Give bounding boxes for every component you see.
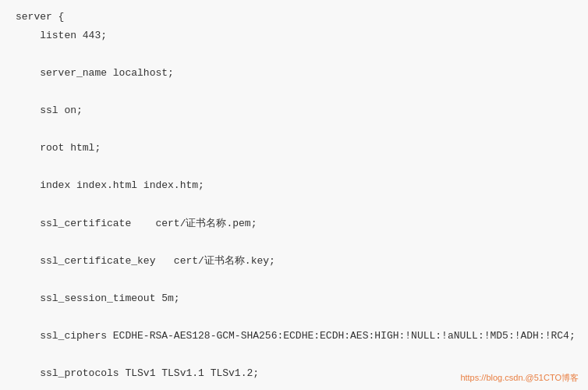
code-line [16,158,572,176]
code-line [16,120,572,139]
code-line [16,83,572,101]
code-line: ssl on; [16,101,572,120]
code-line: ssl_ciphers ECDHE-RSA-AES128-GCM-SHA256:… [16,327,572,346]
code-line: server_name localhost; [16,64,572,83]
code-line: ssl_session_timeout 5m; [16,289,572,308]
code-line [16,308,572,327]
watermark-brand: @51CTO博客 [526,373,579,382]
code-block: server { listen 443; server_name localho… [0,8,588,390]
code-line [16,346,572,364]
code-line [16,45,572,64]
code-line: listen 443; [16,27,572,45]
code-line [16,271,572,289]
code-container: server { listen 443; server_name localho… [0,0,588,390]
code-line [16,195,572,214]
code-line [16,383,572,390]
watermark-prefix: https://blog.csdn. [460,373,525,382]
code-line: ssl_certificate_key cert/证书名称.key; [16,252,572,271]
code-line: server { [16,8,572,27]
code-line [16,233,572,252]
code-line: index index.html index.htm; [16,176,572,195]
code-line: root html; [16,139,572,158]
code-line: ssl_certificate cert/证书名称.pem; [16,214,572,233]
watermark: https://blog.csdn.@51CTO博客 [460,372,579,384]
